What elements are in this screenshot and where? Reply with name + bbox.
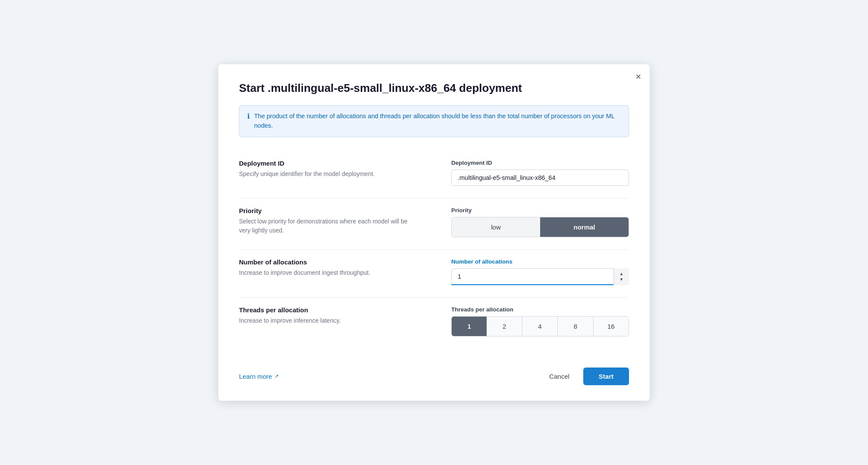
priority-label: Priority	[239, 207, 417, 214]
deployment-id-label: Deployment ID	[239, 160, 417, 167]
modal-dialog: × Start .multilingual-e5-small_linux-x86…	[218, 64, 650, 401]
priority-control-label: Priority	[451, 207, 629, 214]
footer-actions: Cancel Start	[541, 368, 629, 385]
thread-btn-2[interactable]: 2	[487, 317, 522, 336]
deployment-id-description: Deployment ID Specify unique identifier …	[239, 151, 434, 198]
num-allocations-input[interactable]	[451, 268, 629, 285]
priority-description: Priority Select low priority for demonst…	[239, 198, 434, 250]
modal-title: Start .multilingual-e5-small_linux-x86_6…	[239, 82, 629, 95]
thread-btn-16[interactable]: 16	[594, 317, 629, 336]
threads-help: Increase to improve inference latency.	[239, 316, 417, 325]
threads-control-label: Threads per allocation	[451, 306, 629, 313]
num-allocations-description: Number of allocations Increase to improv…	[239, 250, 434, 298]
deployment-id-input[interactable]	[451, 170, 629, 186]
num-allocations-control-label: Number of allocations	[451, 258, 629, 265]
learn-more-link[interactable]: Learn more ↗	[239, 373, 279, 380]
form-grid: Deployment ID Specify unique identifier …	[239, 151, 629, 349]
external-link-icon: ↗	[274, 373, 279, 379]
thread-btn-1[interactable]: 1	[452, 317, 487, 336]
priority-help: Select low priority for demonstrations w…	[239, 217, 417, 235]
thread-btn-8[interactable]: 8	[558, 317, 593, 336]
priority-toggle: low normal	[451, 217, 629, 237]
thread-btn-4[interactable]: 4	[522, 317, 558, 336]
threads-label: Threads per allocation	[239, 306, 417, 314]
info-icon: ℹ	[247, 112, 250, 120]
priority-low-button[interactable]: low	[452, 217, 540, 237]
info-banner-text: The product of the number of allocations…	[254, 112, 621, 131]
deployment-id-control: Deployment ID	[434, 151, 629, 198]
deployment-id-control-label: Deployment ID	[451, 160, 629, 166]
spin-down-icon: ▼	[620, 277, 624, 282]
priority-normal-button[interactable]: normal	[540, 217, 629, 237]
threads-toggle: 1 2 4 8 16	[451, 316, 629, 336]
priority-control: Priority low normal	[434, 198, 629, 250]
close-button[interactable]: ×	[635, 72, 641, 82]
threads-description: Threads per allocation Increase to impro…	[239, 298, 434, 349]
spin-up-icon: ▲	[620, 271, 624, 276]
start-button[interactable]: Start	[583, 368, 629, 385]
num-allocations-label: Number of allocations	[239, 258, 417, 266]
learn-more-text: Learn more	[239, 373, 272, 380]
info-banner: ℹ The product of the number of allocatio…	[239, 105, 629, 137]
deployment-id-help: Specify unique identifier for the model …	[239, 170, 417, 179]
num-allocations-wrapper: ▲ ▼	[451, 268, 629, 285]
num-allocations-help: Increase to improve document ingest thro…	[239, 268, 417, 277]
spin-arrows: ▲ ▼	[614, 268, 629, 285]
cancel-button[interactable]: Cancel	[541, 368, 577, 384]
num-allocations-spinner[interactable]: ▲ ▼	[613, 268, 629, 285]
modal-footer: Learn more ↗ Cancel Start	[239, 364, 629, 385]
num-allocations-control: Number of allocations ▲ ▼	[434, 250, 629, 298]
threads-control: Threads per allocation 1 2 4 8 16	[434, 298, 629, 349]
